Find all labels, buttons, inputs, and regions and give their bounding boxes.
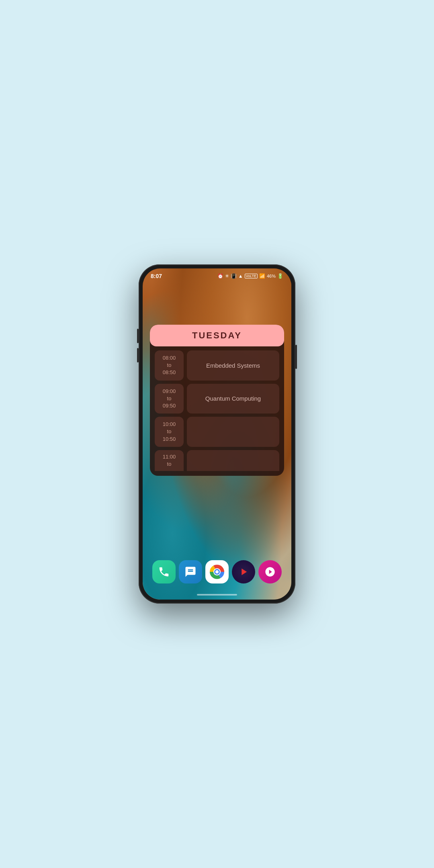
signal-icon: 📶 xyxy=(259,273,265,279)
power-button xyxy=(295,345,297,369)
messages-app-icon[interactable] xyxy=(179,560,202,583)
subject-cell-3 xyxy=(187,417,279,447)
wifi-icon: ▲ xyxy=(238,273,243,279)
video-player-app-icon[interactable] xyxy=(232,560,255,583)
dock xyxy=(151,560,283,583)
subject-cell-1: Embedded Systems xyxy=(187,350,279,381)
volte-icon: VoLTE xyxy=(245,274,258,278)
phone-screen: 8:07 ⏰ ✳ 📳 ▲ VoLTE 📶 46% 🔋 TUESDAY 08:00… xyxy=(143,268,291,600)
chrome-app-icon[interactable] xyxy=(205,560,229,583)
widget-title: TUESDAY xyxy=(192,330,242,340)
schedule-row-3: 10:00to10:50 xyxy=(155,417,279,447)
vibrate-icon: 📳 xyxy=(231,273,237,279)
svg-point-3 xyxy=(215,570,219,573)
battery-level: 46% xyxy=(267,274,276,278)
time-cell-1: 08:00to08:50 xyxy=(155,350,184,381)
screen-recorder-app-icon[interactable] xyxy=(258,560,282,583)
phone-device: 8:07 ⏰ ✳ 📳 ▲ VoLTE 📶 46% 🔋 TUESDAY 08:00… xyxy=(139,264,295,604)
subject-cell-4 xyxy=(187,450,279,471)
time-cell-4: 11:00to xyxy=(155,450,184,471)
home-indicator xyxy=(197,594,237,596)
bluetooth-icon: ✳ xyxy=(225,273,229,279)
phone-app-icon[interactable] xyxy=(152,560,176,583)
schedule-row-4: 11:00to xyxy=(155,450,279,471)
status-bar: 8:07 ⏰ ✳ 📳 ▲ VoLTE 📶 46% 🔋 xyxy=(143,268,291,281)
alarm-icon: ⏰ xyxy=(217,273,223,279)
status-time: 8:07 xyxy=(151,273,162,279)
schedule-widget: TUESDAY 08:00to08:50 Embedded Systems 09… xyxy=(150,325,284,476)
widget-header: TUESDAY xyxy=(150,325,284,346)
battery-icon: 🔋 xyxy=(277,273,283,279)
time-cell-3: 10:00to10:50 xyxy=(155,417,184,447)
volume-buttons xyxy=(137,329,139,362)
subject-cell-2: Quantum Computing xyxy=(187,384,279,414)
schedule-row-2: 09:00to09:50 Quantum Computing xyxy=(155,384,279,414)
widget-body: 08:00to08:50 Embedded Systems 09:00to09:… xyxy=(150,346,284,476)
time-cell-2: 09:00to09:50 xyxy=(155,384,184,414)
schedule-row-1: 08:00to08:50 Embedded Systems xyxy=(155,350,279,381)
status-icons: ⏰ ✳ 📳 ▲ VoLTE 📶 46% 🔋 xyxy=(217,273,283,279)
